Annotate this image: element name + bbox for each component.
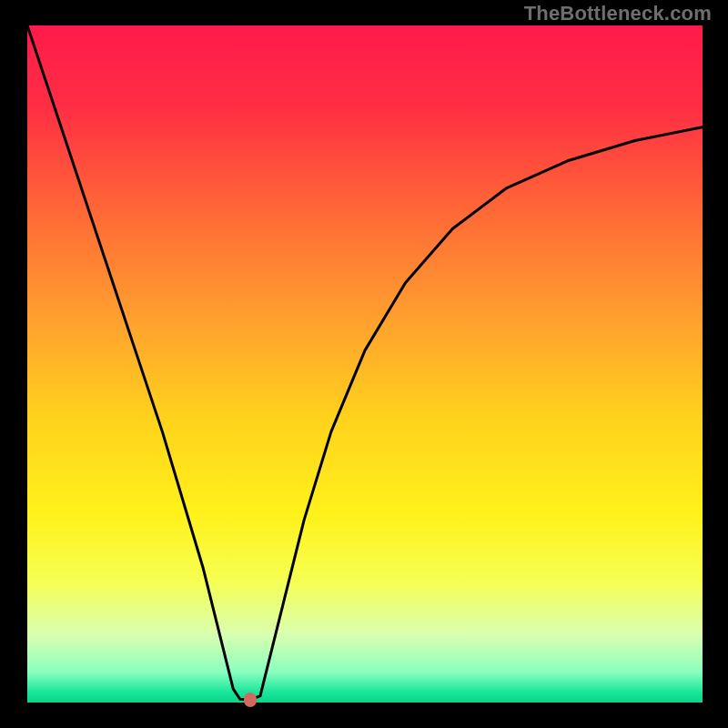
- plot-svg: [27, 25, 703, 703]
- gradient-background: [27, 25, 703, 703]
- watermark-text: TheBottleneck.com: [524, 2, 712, 25]
- plot-area: [27, 25, 703, 703]
- optimal-point-marker: [244, 693, 257, 707]
- chart-frame: TheBottleneck.com: [0, 0, 728, 728]
